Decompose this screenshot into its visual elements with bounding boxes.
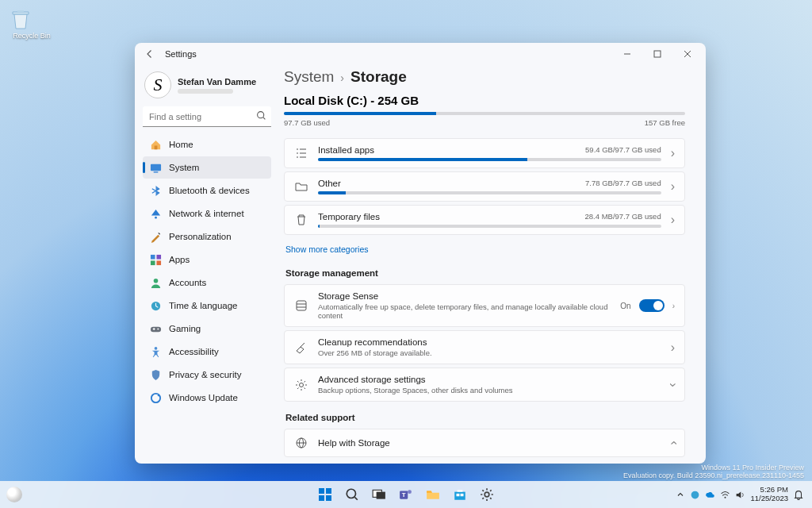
window-titlebar: Settings	[135, 43, 706, 65]
update-icon	[149, 391, 162, 404]
chevron-right-icon: ›	[671, 179, 675, 194]
svg-point-23	[347, 489, 355, 498]
sidebar-item-home[interactable]: Home	[143, 133, 271, 156]
svg-rect-7	[150, 260, 155, 265]
maximize-icon	[653, 50, 661, 58]
category-other[interactable]: Other7.78 GB/97.7 GB used ›	[284, 171, 685, 202]
category-installed-apps[interactable]: Installed apps59.4 GB/97.7 GB used ›	[284, 138, 685, 168]
related-support-heading: Related support	[285, 413, 685, 422]
search-icon	[345, 487, 359, 502]
wifi-icon	[720, 490, 730, 500]
help-storage-card[interactable]: Help with Storage ›	[284, 429, 685, 457]
svg-point-16	[300, 383, 304, 387]
nav: Home System Bluetooth & devices Network …	[143, 133, 271, 409]
chevron-down-icon: ›	[665, 383, 680, 387]
gaming-icon	[149, 322, 162, 335]
notifications-icon[interactable]	[793, 489, 804, 500]
sidebar-item-time[interactable]: Time & language	[143, 294, 271, 317]
storage-sense-icon	[294, 298, 308, 313]
folder-icon	[294, 179, 308, 194]
sidebar-item-privacy[interactable]: Privacy & security	[143, 364, 271, 386]
sidebar-item-network[interactable]: Network & internet	[143, 202, 271, 225]
trash-icon	[294, 213, 308, 227]
disk-usage-bar	[284, 112, 685, 115]
svg-point-13	[154, 346, 157, 349]
breadcrumb-prev[interactable]: System	[284, 68, 334, 86]
explorer-button[interactable]	[421, 483, 445, 506]
svg-rect-6	[156, 254, 161, 259]
sidebar: S Stefan Van Damme Home System Bluetooth…	[135, 65, 276, 464]
svg-point-33	[725, 496, 726, 498]
home-icon	[149, 138, 162, 151]
svg-rect-22	[326, 495, 331, 501]
accessibility-icon	[149, 345, 162, 358]
category-temp[interactable]: Temporary files28.4 MB/97.7 GB used ›	[284, 205, 685, 235]
back-button[interactable]	[143, 47, 157, 61]
sidebar-item-accounts[interactable]: Accounts	[143, 271, 271, 294]
svg-rect-0	[654, 51, 661, 57]
edge-icon	[690, 490, 700, 500]
apps-list-icon	[294, 146, 308, 160]
main-content: System › Storage Local Disk (C:) - 254 G…	[276, 65, 706, 464]
search-taskbar[interactable]	[340, 483, 364, 506]
svg-rect-8	[156, 260, 161, 265]
chevron-up-icon	[676, 490, 685, 499]
close-button[interactable]	[672, 44, 703, 64]
svg-rect-2	[150, 164, 160, 170]
sidebar-item-bluetooth[interactable]: Bluetooth & devices	[143, 179, 271, 202]
storage-sense-card[interactable]: Storage Sense Automatically free up spac…	[284, 284, 685, 327]
store-button[interactable]	[448, 483, 472, 506]
network-icon	[149, 207, 162, 220]
storage-sense-toggle[interactable]	[639, 299, 665, 312]
task-view[interactable]	[367, 483, 391, 506]
onedrive-icon	[705, 490, 715, 500]
globe-icon	[294, 436, 308, 450]
breadcrumb-current: Storage	[350, 68, 407, 86]
privacy-icon	[149, 368, 162, 381]
chevron-right-icon: ›	[340, 71, 344, 84]
sidebar-item-apps[interactable]: Apps	[143, 248, 271, 271]
avatar: S	[144, 71, 171, 98]
sidebar-item-accessibility[interactable]: Accessibility	[143, 341, 271, 363]
svg-text:T: T	[402, 491, 406, 498]
desktop-icon-recycle-bin[interactable]: Recycle Bin	[8, 6, 56, 40]
svg-rect-29	[457, 494, 460, 496]
volume-icon	[735, 490, 745, 500]
sidebar-item-personalization[interactable]: Personalization	[143, 225, 271, 248]
teams-button[interactable]: T	[394, 483, 418, 506]
advanced-storage-card[interactable]: Advanced storage settings Backup options…	[284, 368, 685, 402]
broom-icon	[294, 341, 308, 355]
disk-used-label: 97.7 GB used	[284, 118, 330, 127]
search-box	[143, 106, 271, 127]
disk-free-label: 157 GB free	[645, 118, 685, 127]
search-input[interactable]	[143, 106, 271, 127]
sidebar-item-gaming[interactable]: Gaming	[143, 318, 271, 340]
folder-icon	[426, 487, 440, 502]
search-icon	[256, 110, 266, 121]
watermark: Windows 11 Pro Insider Preview Evaluatio…	[623, 464, 804, 479]
arrow-left-icon	[145, 49, 155, 59]
accounts-icon	[149, 276, 162, 289]
taskview-icon	[372, 487, 386, 502]
weather-widget[interactable]	[6, 487, 22, 502]
svg-rect-20	[326, 488, 331, 494]
svg-point-31	[485, 492, 489, 497]
maximize-button[interactable]	[642, 44, 672, 64]
start-button[interactable]	[313, 483, 337, 506]
gear-icon	[294, 378, 308, 392]
minimize-icon	[623, 50, 631, 58]
settings-button[interactable]	[475, 483, 499, 506]
profile-block[interactable]: S Stefan Van Damme	[143, 68, 271, 105]
close-icon	[684, 50, 691, 58]
svg-point-4	[155, 216, 157, 218]
system-tray[interactable]	[676, 490, 745, 500]
sidebar-item-system[interactable]: System	[143, 156, 271, 179]
minimize-button[interactable]	[612, 44, 642, 64]
sidebar-item-update[interactable]: Windows Update	[143, 387, 271, 409]
cleanup-card[interactable]: Cleanup recommendations Over 256 MB of s…	[284, 330, 685, 364]
show-more-categories-link[interactable]: Show more categories	[285, 244, 368, 254]
clock[interactable]: 5:26 PM 11/25/2023	[750, 486, 788, 503]
chevron-up-icon: ›	[665, 441, 680, 444]
settings-window: Settings S Stefan Van Damme Home System	[135, 43, 706, 464]
desktop-icon-label: Recycle Bin	[8, 32, 56, 40]
